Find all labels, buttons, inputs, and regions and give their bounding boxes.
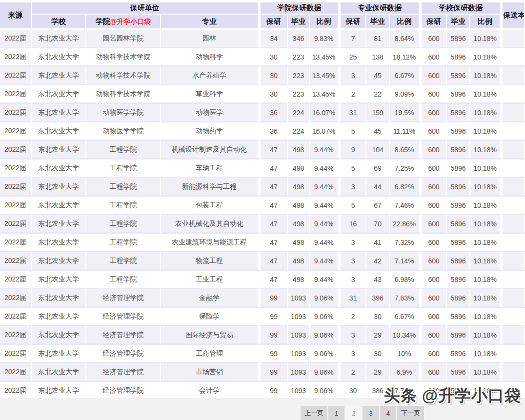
- cell-major: 车辆工程: [161, 160, 261, 178]
- cell-m_by: 5: [341, 197, 366, 215]
- cell-s_ratio: 10.18%: [470, 363, 503, 382]
- cell-m_ratio: 7.25%: [390, 160, 422, 178]
- cell-school: 东北农业大学: [32, 48, 86, 67]
- cell-source: 2022届: [0, 85, 32, 104]
- header-major-baoyan: 保研: [341, 15, 366, 30]
- cell-school: 东北农业大学: [32, 234, 86, 252]
- cell-college: 经济管理学院: [86, 363, 161, 382]
- cell-m_by: 31: [341, 289, 366, 308]
- cell-c_grad: 224: [288, 104, 310, 122]
- cell-m_by: 16: [341, 215, 366, 234]
- table-row: 2022届东北农业大学工程学院工业工程474989.44%3436.98%600…: [0, 271, 525, 289]
- cell-m_grad: 44: [366, 178, 390, 197]
- cell-c_ratio: 9.44%: [310, 141, 341, 160]
- cell-baosong: [503, 197, 525, 215]
- prev-page-button[interactable]: 上一页: [301, 406, 327, 420]
- cell-school: 东北农业大学: [32, 122, 86, 141]
- cell-college: 经济管理学院: [86, 345, 161, 363]
- cell-m_ratio: 7.14%: [390, 252, 422, 271]
- cell-school: 东北农业大学: [32, 141, 86, 160]
- cell-s_by: 600: [422, 326, 447, 345]
- header-school-baoyan: 保研: [422, 15, 447, 30]
- cell-college: 经济管理学院: [86, 326, 161, 345]
- cell-c_ratio: 16.07%: [310, 122, 341, 141]
- cell-source: 2022届: [0, 104, 32, 122]
- cell-m_grad: 41: [366, 234, 390, 252]
- cell-s_ratio: 10.18%: [470, 308, 503, 326]
- header-source: 来源: [0, 2, 32, 30]
- cell-c_grad: 498: [288, 160, 310, 178]
- header-school: 学校: [32, 15, 86, 30]
- cell-source: 2022届: [0, 67, 32, 85]
- cell-c_ratio: 13.45%: [310, 85, 341, 104]
- cell-c_grad: 346: [288, 30, 310, 48]
- cell-m_ratio: 6.67%: [390, 67, 422, 85]
- cell-s_grad: 5896: [447, 197, 470, 215]
- cell-s_ratio: 10.18%: [470, 104, 503, 122]
- cell-c_by: 99: [261, 345, 288, 363]
- cell-s_grad: 5896: [447, 85, 470, 104]
- cell-s_by: 600: [422, 30, 447, 48]
- cell-m_grad: 43: [366, 271, 390, 289]
- page-button-3[interactable]: 3: [363, 406, 379, 420]
- cell-c_by: 99: [261, 289, 288, 308]
- cell-s_by: 600: [422, 215, 447, 234]
- cell-major: 农业建筑环境与能源工程: [161, 234, 261, 252]
- cell-source: 2022届: [0, 308, 32, 326]
- table-row: 2022届东北农业大学经济管理学院保险学9910939.06%2306.67%6…: [0, 308, 525, 326]
- cell-s_ratio: 10.18%: [470, 141, 503, 160]
- next-page-button[interactable]: 下一页: [397, 406, 424, 420]
- page-button-current[interactable]: 2: [345, 406, 362, 420]
- table-row: 2022届东北农业大学动物医学学院动物医学3622416.07%3115919.…: [0, 104, 525, 122]
- cell-c_ratio: 16.07%: [310, 104, 341, 122]
- cell-college: 工程学院: [86, 160, 161, 178]
- cell-source: 2022届: [0, 271, 32, 289]
- cell-s_by: 600: [422, 289, 447, 308]
- cell-college: 经济管理学院: [86, 308, 161, 326]
- cell-c_ratio: 9.06%: [310, 363, 341, 382]
- cell-major: 园林: [161, 30, 261, 48]
- cell-m_grad: 45: [366, 67, 390, 85]
- table-row: 2022届东北农业大学经济管理学院金融学9910939.06%313967.83…: [0, 289, 525, 308]
- cell-c_grad: 498: [288, 197, 310, 215]
- cell-m_by: 2: [341, 363, 366, 382]
- header-school-bili: 比例: [470, 15, 503, 30]
- header-college-data-group: 学院保研数据: [261, 2, 341, 15]
- table-row: 2022届东北农业大学动物科学技术学院水产养殖学3022313.45%3456.…: [0, 67, 525, 85]
- cell-s_grad: 5896: [447, 345, 470, 363]
- cell-s_ratio: 10.18%: [470, 160, 503, 178]
- cell-s_grad: 5896: [447, 326, 470, 345]
- table-header: 来源 保研单位 学院保研数据 专业保研数据 学校保研数据 保送本校 学校 学院@…: [0, 2, 525, 30]
- cell-college: 工程学院: [86, 215, 161, 234]
- page-button-1[interactable]: 1: [328, 406, 344, 420]
- cell-s_by: 600: [422, 141, 447, 160]
- table-row: 2022届东北农业大学园艺园林学院园林343469.83%7818.64%600…: [0, 30, 525, 48]
- cell-major: 工业工程: [161, 271, 261, 289]
- cell-source: 2022届: [0, 289, 32, 308]
- cell-major: 新能源科学与工程: [161, 178, 261, 197]
- cell-major: 市场营销: [161, 363, 261, 382]
- cell-major: 工商管理: [161, 345, 261, 363]
- cell-baosong: [503, 252, 525, 271]
- page-button-4[interactable]: 4: [380, 406, 396, 420]
- header-college-bili: 比例: [310, 15, 341, 30]
- cell-s_ratio: 10.18%: [470, 85, 503, 104]
- table-row: 2022届东北农业大学工程学院物流工程474989.44%3427.14%600…: [0, 252, 525, 271]
- cell-major: 物流工程: [161, 252, 261, 271]
- cell-source: 2022届: [0, 141, 32, 160]
- cell-s_grad: 5896: [447, 308, 470, 326]
- cell-s_ratio: 10.18%: [470, 215, 503, 234]
- header-major-bili: 比例: [390, 15, 422, 30]
- header-baosong: 保送本校: [503, 2, 525, 30]
- cell-c_grad: 498: [288, 252, 310, 271]
- cell-major: 动物科学: [161, 48, 261, 67]
- cell-s_ratio: 10.18%: [470, 345, 503, 363]
- cell-school: 东北农业大学: [32, 326, 86, 345]
- cell-source: 2022届: [0, 122, 32, 141]
- cell-s_ratio: 10.18%: [470, 178, 503, 197]
- cell-c_by: 36: [261, 104, 288, 122]
- cell-s_by: 600: [422, 363, 447, 382]
- cell-college: 工程学院: [86, 252, 161, 271]
- cell-m_by: 3: [341, 271, 366, 289]
- cell-source: 2022届: [0, 234, 32, 252]
